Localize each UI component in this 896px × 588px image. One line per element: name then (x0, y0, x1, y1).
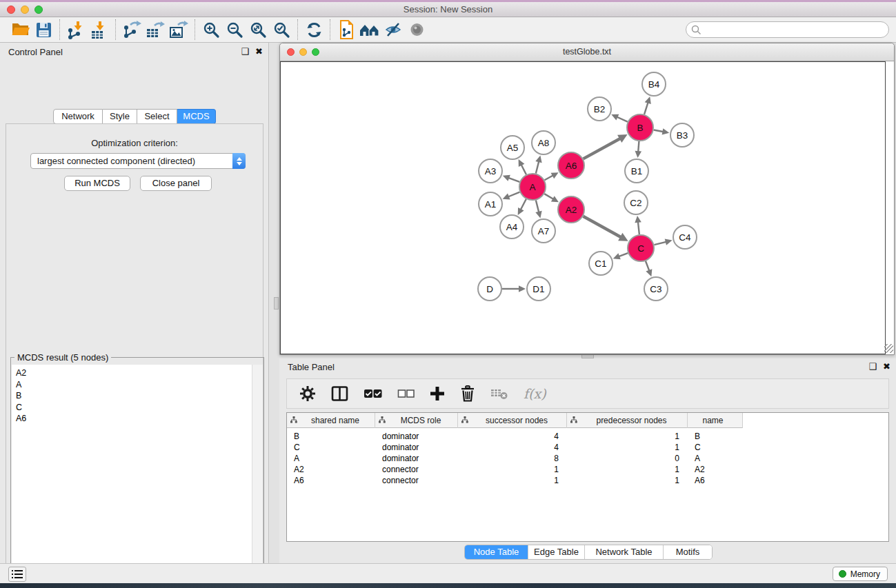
tab-mcds[interactable]: MCDS (177, 109, 216, 124)
graph-node-C4[interactable]: C4 (673, 225, 697, 249)
graph-node-B[interactable]: B (627, 114, 653, 141)
open-file-button[interactable] (8, 19, 32, 41)
table-row[interactable]: Bdominator41B (287, 431, 888, 442)
graph-node-A8[interactable]: A8 (532, 131, 555, 154)
cell[interactable]: C (688, 442, 743, 453)
graph-edge-B-B2[interactable] (611, 114, 628, 122)
memory-button[interactable]: Memory (833, 567, 888, 581)
zoom-selected-button[interactable] (270, 19, 293, 41)
zoom-in-button[interactable] (199, 19, 223, 41)
cell[interactable]: 0 (567, 453, 688, 464)
float-panel-icon[interactable]: ❑ (241, 46, 249, 57)
table-row[interactable]: A6connector11A6 (287, 475, 888, 486)
graph-edge-C-C2[interactable] (635, 216, 641, 234)
tab-network-table[interactable]: Network Table (585, 545, 664, 559)
minimize-window-button[interactable] (21, 6, 29, 14)
float-panel-icon[interactable]: ❑ (868, 361, 877, 372)
show-eye-button[interactable] (405, 19, 428, 41)
graph-edge-A-A1[interactable] (503, 192, 520, 200)
graph-node-A4[interactable]: A4 (500, 215, 524, 239)
column-header-successor-nodes[interactable]: successor nodes (458, 413, 567, 428)
cell[interactable]: 1 (567, 464, 688, 475)
graph-node-B4[interactable]: B4 (642, 72, 666, 96)
cell[interactable]: dominator (375, 431, 458, 442)
cell[interactable]: A6 (688, 475, 743, 486)
mcds-result-item[interactable]: B (16, 390, 252, 402)
add-column-button[interactable] (430, 383, 445, 404)
column-header-name[interactable]: name (688, 413, 743, 428)
function-builder-button[interactable]: f(x) (524, 383, 546, 404)
graph-edge-C-C1[interactable] (613, 253, 628, 259)
graph-node-A3[interactable]: A3 (479, 159, 502, 183)
graph-node-A[interactable]: A (519, 174, 546, 200)
graph-node-A5[interactable]: A5 (501, 136, 524, 159)
zoom-icon[interactable] (312, 48, 319, 56)
table-options-gear-button[interactable] (299, 383, 316, 404)
mcds-result-item[interactable]: A2 (16, 367, 252, 379)
show-columns-button[interactable] (331, 383, 348, 404)
graph-edge-C-C4[interactable] (654, 239, 672, 245)
export-network-button[interactable] (120, 19, 143, 41)
hide-selected-button[interactable] (381, 19, 405, 41)
column-header-mcds-role[interactable]: MCDS role (375, 413, 458, 428)
cell[interactable]: A2 (688, 464, 743, 475)
tab-style[interactable]: Style (103, 109, 137, 124)
cell[interactable]: 8 (458, 453, 567, 464)
cell[interactable]: C (287, 442, 375, 453)
refresh-button[interactable] (302, 19, 326, 41)
window-resize-grip[interactable] (884, 344, 893, 353)
cell[interactable]: 1 (458, 464, 567, 475)
delete-table-button[interactable] (490, 383, 508, 404)
cell[interactable]: B (287, 431, 375, 442)
export-table-button[interactable] (143, 19, 167, 41)
table-row[interactable]: Cdominator41C (287, 442, 888, 453)
column-header-predecessor-nodes[interactable]: predecessor nodes (567, 413, 688, 428)
home-view-button[interactable] (358, 19, 381, 41)
graph-edge-B-B4[interactable] (644, 97, 651, 114)
table-row[interactable]: A2connector11A2 (287, 464, 888, 475)
graph-node-C2[interactable]: C2 (624, 191, 648, 214)
mcds-result-scrollbar[interactable] (252, 365, 263, 588)
graph-node-D[interactable]: D (478, 277, 501, 301)
close-panel-icon[interactable]: ✖ (883, 361, 890, 372)
cell[interactable]: dominator (375, 453, 458, 464)
search-field[interactable] (686, 21, 889, 38)
tab-network[interactable]: Network (53, 109, 103, 124)
graph-node-B2[interactable]: B2 (588, 97, 611, 121)
graph-edge-A-A4[interactable] (518, 199, 526, 215)
cell[interactable]: A (688, 453, 743, 464)
import-table-button[interactable] (88, 19, 111, 41)
table-row[interactable]: Adominator80A (287, 453, 888, 464)
tab-motifs[interactable]: Motifs (664, 545, 712, 559)
graph-edge-C-C3[interactable] (646, 261, 652, 276)
deselect-all-button[interactable] (397, 383, 415, 404)
graph-edge-A-A6[interactable] (544, 172, 558, 180)
cell[interactable]: 1 (567, 442, 688, 453)
mcds-result-item[interactable]: C (16, 402, 252, 414)
graph-edge-A-A3[interactable] (503, 175, 520, 182)
import-network-button[interactable] (64, 19, 88, 41)
graph-node-D1[interactable]: D1 (527, 277, 550, 301)
graph-node-B1[interactable]: B1 (625, 159, 648, 183)
cell[interactable]: B (688, 431, 743, 442)
tab-edge-table[interactable]: Edge Table (528, 545, 585, 559)
graph-edge-A-A7[interactable] (535, 200, 541, 218)
search-input[interactable] (701, 23, 888, 37)
split-divider-handle-vertical[interactable] (274, 297, 279, 310)
zoom-fit-button[interactable] (246, 19, 270, 41)
cell[interactable]: 4 (458, 431, 567, 442)
column-header-shared-name[interactable]: shared name (287, 413, 375, 428)
close-panel-icon[interactable]: ✖ (255, 46, 263, 57)
mcds-result-item[interactable]: A (16, 379, 252, 391)
graph-edge-A-A5[interactable] (519, 159, 526, 174)
graph-node-B3[interactable]: B3 (670, 123, 694, 147)
graph-edge-A-A2[interactable] (544, 194, 559, 202)
tab-node-table[interactable]: Node Table (465, 545, 528, 559)
cell[interactable]: connector (375, 464, 458, 475)
cell[interactable]: connector (375, 475, 458, 486)
network-canvas[interactable]: AA1A3A5A8A4A7A6A2BB2B4B3B1C2CC4C1C3DD1 (280, 61, 886, 354)
close-panel-button[interactable]: Close panel (140, 176, 212, 191)
graph-edge-A2-C[interactable] (583, 216, 628, 241)
cell[interactable]: A (287, 453, 375, 464)
graph-node-A6[interactable]: A6 (558, 152, 584, 179)
